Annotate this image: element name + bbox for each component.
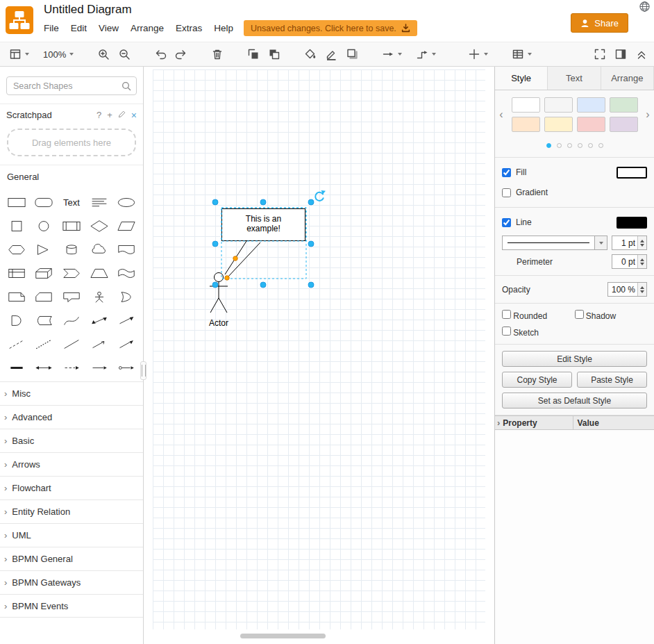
pager-dot[interactable] [588,143,593,148]
swatch-prev-icon[interactable]: ‹ [496,108,506,121]
shape-bidirectional-arrow[interactable] [85,308,113,332]
shape-circle[interactable] [31,214,58,238]
shape-callout[interactable] [58,285,85,308]
gradient-checkbox-label[interactable]: Gradient [502,188,548,197]
shape-hexagon[interactable] [3,238,31,261]
shape-internal-storage[interactable] [3,261,31,285]
shape-diamond[interactable] [85,214,113,238]
menu-item[interactable]: Help [214,23,233,33]
shape-cylinder[interactable] [58,238,85,261]
help-icon[interactable]: ? [97,110,101,120]
fill-color-chip[interactable] [617,167,647,179]
shape-tape[interactable] [112,261,140,285]
opacity-spinner[interactable] [637,283,646,296]
perimeter-input[interactable] [612,255,637,268]
shape-bidirectional-connector[interactable] [31,356,58,379]
menu-item[interactable]: Extras [176,23,202,33]
edge[interactable] [225,241,260,278]
shape-text[interactable]: Text [58,190,85,214]
line-color-chip[interactable] [617,217,647,229]
shape-link[interactable] [112,356,140,379]
search-icon[interactable] [121,81,131,91]
sidebar-section[interactable]: › BPMN Gateways [0,570,143,594]
fullscreen-button[interactable] [592,45,608,63]
tab-arrange[interactable]: Arrange [601,67,654,90]
sidebar-section[interactable]: › Arrows [0,452,143,476]
waypoints-button[interactable] [414,45,438,63]
shape-triangle[interactable] [31,238,58,261]
sidebar-section[interactable]: › Basic [0,429,143,452]
shape-ellipse[interactable] [112,190,140,214]
scratchpad-header[interactable]: Scratchpad ? + × [0,104,143,126]
line-color-button[interactable] [323,45,339,63]
shape-dashed-line[interactable] [3,332,31,356]
zoom-out-button[interactable] [116,45,133,63]
language-globe-icon[interactable] [639,1,651,15]
tab-text[interactable]: Text [548,67,601,90]
to-back-button[interactable] [266,45,283,63]
tab-style[interactable]: Style [495,67,548,90]
shape-or[interactable] [112,285,140,308]
shape-cloud[interactable] [85,238,113,261]
shape-and[interactable] [3,308,31,332]
shape-cube[interactable] [31,261,58,285]
edit-pencil-icon[interactable] [118,110,126,120]
edit-style-button[interactable]: Edit Style [502,351,647,367]
canvas[interactable]: This is an example! Actor [144,67,494,644]
edge-endpoint-handles[interactable] [225,256,237,280]
swatch-next-icon[interactable]: › [643,108,653,121]
close-icon[interactable]: × [131,110,137,121]
shape-card[interactable] [31,285,58,308]
delete-button[interactable] [209,45,226,63]
view-pages-button[interactable] [7,45,31,63]
set-default-style-button[interactable]: Set as Default Style [502,393,647,408]
sketch-checkbox[interactable] [502,327,511,336]
add-icon[interactable]: + [107,110,112,120]
gradient-checkbox[interactable] [502,188,511,197]
format-panel-toggle-button[interactable] [612,45,629,63]
sidebar-section[interactable]: › UML [0,523,143,547]
shape-document[interactable] [112,238,140,261]
search-shapes-input[interactable] [6,76,137,95]
color-swatch[interactable] [577,97,605,113]
color-swatch[interactable] [577,117,605,132]
fill-color-button[interactable] [302,45,319,63]
sketch-checkbox-label[interactable]: Sketch [502,327,575,338]
shape-textbox[interactable] [85,190,113,214]
shape-dotted-line[interactable] [31,332,58,356]
perimeter-spinner[interactable] [637,255,646,268]
shape-line[interactable] [58,332,85,356]
menu-item[interactable]: Arrange [131,23,164,33]
rotate-handle-icon[interactable] [315,190,326,201]
redo-button[interactable] [173,45,190,63]
color-swatch[interactable] [544,97,573,113]
shape-rounded-rectangle[interactable] [31,190,58,214]
line-checkbox[interactable] [502,218,511,227]
shadow-button[interactable] [344,45,360,63]
general-section-header[interactable]: General [0,165,143,188]
to-front-button[interactable] [245,45,262,63]
sidebar-section[interactable]: › Flowchart [0,476,143,499]
color-swatch[interactable] [544,117,573,132]
shape-data-storage[interactable] [31,308,58,332]
shape-dashed-edge[interactable] [58,356,85,379]
line-width-input[interactable] [612,236,637,249]
unsaved-changes-banner[interactable]: Unsaved changes. Click here to save. [244,20,417,36]
pager-dot[interactable] [578,143,582,148]
shape-note[interactable] [3,285,31,308]
sidebar-section[interactable]: › Entity Relation [0,499,143,523]
shape-parallelogram[interactable] [112,214,140,238]
line-checkbox-label[interactable]: Line [502,217,532,227]
shape-curve[interactable] [58,308,85,332]
actor-label[interactable]: Actor [203,318,235,328]
rounded-checkbox[interactable] [502,310,511,319]
line-width-spinner[interactable] [637,236,646,249]
zoom-in-button[interactable] [95,45,112,63]
shape-directional-connector[interactable] [112,332,140,356]
shape-simple-arrow[interactable] [85,356,113,379]
line-style-select[interactable] [502,236,595,250]
pager-dot[interactable] [598,143,603,148]
pager-dot[interactable] [567,143,572,148]
shape-actor[interactable] [85,285,113,308]
color-swatch[interactable] [610,97,638,113]
